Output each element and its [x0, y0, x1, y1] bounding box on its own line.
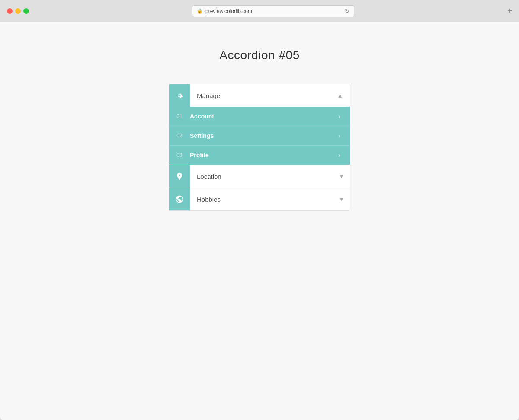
accordion-section-hobbies: Hobbies ▾ [169, 188, 350, 210]
account-number: 01 [169, 113, 190, 119]
gear-icon [175, 91, 184, 100]
profile-label: Profile [190, 152, 338, 159]
sub-item-settings[interactable]: 02 Settings › [169, 126, 350, 146]
accordion-section-location: Location ▾ [169, 165, 350, 188]
manage-body: 01 Account › 02 Settings › 03 Profile › [169, 107, 350, 165]
manage-arrow: ▲ [337, 92, 350, 99]
hobbies-label: Hobbies [190, 196, 340, 203]
minimize-button[interactable] [15, 8, 21, 14]
new-tab-button[interactable]: + [507, 6, 512, 16]
accordion-section-manage: Manage ▲ 01 Account › 02 Settings › [169, 84, 350, 165]
page-title: Accordion #05 [219, 48, 300, 62]
url-text: preview.colorlib.com [205, 8, 252, 14]
browser-chrome: 🔒 preview.colorlib.com ↻ + [0, 0, 519, 22]
accordion: Manage ▲ 01 Account › 02 Settings › [169, 84, 350, 211]
accordion-header-hobbies[interactable]: Hobbies ▾ [169, 188, 350, 210]
hobbies-icon-box [169, 188, 190, 210]
maximize-button[interactable] [23, 8, 29, 14]
location-label: Location [190, 173, 340, 180]
account-label: Account [190, 113, 338, 120]
traffic-lights [7, 8, 29, 14]
sub-item-profile[interactable]: 03 Profile › [169, 146, 350, 165]
accordion-header-location[interactable]: Location ▾ [169, 165, 350, 188]
lock-icon: 🔒 [197, 8, 203, 14]
settings-label: Settings [190, 132, 338, 139]
settings-number: 02 [169, 133, 190, 139]
address-bar[interactable]: 🔒 preview.colorlib.com ↻ [192, 5, 354, 17]
close-button[interactable] [7, 8, 13, 14]
page-content: Accordion #05 Manage ▲ 01 Account [0, 22, 519, 420]
browser-window: 🔒 preview.colorlib.com ↻ + Accordion #05… [0, 0, 519, 420]
location-icon-box [169, 165, 190, 188]
accordion-header-manage[interactable]: Manage ▲ [169, 84, 350, 107]
profile-arrow: › [338, 152, 343, 159]
profile-number: 03 [169, 152, 190, 158]
sub-item-account[interactable]: 01 Account › [169, 107, 350, 126]
globe-icon [175, 195, 184, 204]
settings-arrow: › [338, 132, 343, 139]
pin-icon [175, 172, 184, 181]
hobbies-arrow: ▾ [340, 196, 350, 203]
account-arrow: › [338, 113, 343, 120]
reload-icon[interactable]: ↻ [345, 8, 349, 14]
location-arrow: ▾ [340, 173, 350, 180]
manage-icon-box [169, 84, 190, 107]
manage-label: Manage [190, 92, 337, 99]
